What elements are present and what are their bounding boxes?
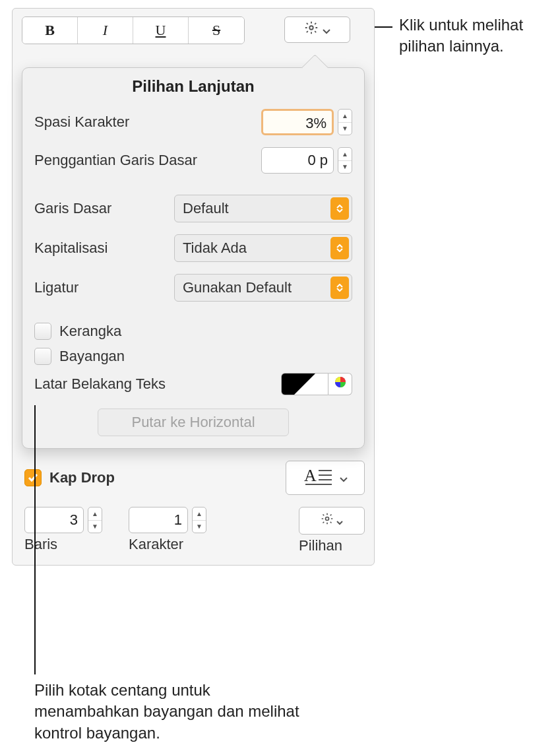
stepper-down-icon: ▼ [338, 123, 352, 135]
character-spacing-label: Spasi Karakter [34, 114, 129, 131]
dropcap-checkbox[interactable] [24, 469, 42, 486]
dropcap-options-button[interactable] [299, 507, 365, 535]
underline-button[interactable]: U [133, 17, 189, 44]
advanced-options-popover: Pilihan Lanjutan Spasi Karakter 3% ▲ ▼ P… [22, 67, 365, 449]
capitalization-row: Kapitalisasi Tidak Ada [34, 234, 352, 262]
chevron-down-icon [323, 21, 330, 38]
dropcap-style-icon: A [303, 465, 334, 490]
format-panel: B I U S Pilihan Lanjutan Spasi Karakter … [12, 8, 375, 566]
stepper-down-icon: ▼ [88, 521, 102, 533]
baseline-shift-stepper[interactable]: ▲ ▼ [338, 147, 352, 174]
select-arrow-icon [330, 237, 349, 259]
dropcap-lines-stepper[interactable]: ▲ ▼ [88, 507, 102, 533]
dropcap-chars-stack: 1 ▲ ▼ Karakter [129, 507, 206, 553]
gear-icon [321, 512, 334, 529]
stepper-down-icon: ▼ [338, 161, 352, 174]
outline-row: Kerangka [34, 323, 352, 340]
chevron-down-icon [340, 469, 348, 486]
dropcap-label: Kap Drop [49, 469, 115, 486]
text-background-label: Latar Belakang Teks [34, 376, 166, 393]
stepper-up-icon: ▲ [338, 148, 352, 161]
bold-button[interactable]: B [22, 17, 78, 44]
select-arrow-icon [330, 277, 349, 299]
dropcap-chars-stepper[interactable]: ▲ ▼ [192, 507, 206, 533]
callout-bottom: Pilih kotak centang untuk menambahkan ba… [34, 680, 311, 744]
svg-point-0 [309, 26, 313, 30]
outline-checkbox[interactable] [34, 323, 51, 340]
capitalization-select[interactable]: Tidak Ada [174, 234, 352, 262]
dropcap-chars-field[interactable]: 1 [129, 507, 188, 533]
baseline-shift-label: Penggantian Garis Dasar [34, 152, 197, 169]
text-background-colorwell[interactable] [281, 373, 352, 395]
baseline-row: Garis Dasar Default [34, 195, 352, 222]
select-arrow-icon [330, 197, 349, 220]
baseline-select-value: Default [183, 200, 229, 217]
stepper-up-icon: ▲ [338, 110, 352, 123]
svg-point-7 [326, 517, 329, 521]
chevron-down-icon [336, 512, 343, 529]
ligature-select-value: Gunakan Default [183, 279, 292, 296]
callout-top: Klik untuk melihat pilihan lainnya. [399, 15, 554, 57]
callout-line-bottom-v [34, 405, 36, 674]
capitalization-label: Kapitalisasi [34, 240, 108, 257]
baseline-select[interactable]: Default [174, 195, 352, 222]
dropcap-lines-stack: 3 ▲ ▼ Baris [24, 507, 102, 553]
stepper-up-icon: ▲ [88, 507, 102, 521]
text-style-toolbar: B I U S [22, 16, 365, 44]
strikethrough-button[interactable]: S [189, 17, 244, 44]
text-style-segmented: B I U S [22, 16, 245, 44]
shadow-label: Bayangan [59, 348, 125, 365]
gear-icon [304, 20, 319, 39]
ligature-label: Ligatur [34, 279, 78, 296]
shadow-row: Bayangan [34, 348, 352, 365]
stepper-down-icon: ▼ [193, 521, 206, 533]
dropcap-row: Kap Drop A [24, 461, 365, 495]
baseline-label: Garis Dasar [34, 200, 111, 217]
stepper-up-icon: ▲ [193, 507, 206, 521]
color-wheel-icon [334, 376, 347, 393]
popover-title: Pilihan Lanjutan [34, 77, 352, 96]
dropcap-lines-label: Baris [24, 536, 102, 553]
baseline-shift-row: Penggantian Garis Dasar 0 p ▲ ▼ [34, 147, 352, 174]
dropcap-section: Kap Drop A [22, 461, 365, 554]
color-picker-button[interactable] [328, 373, 352, 395]
text-background-row: Latar Belakang Teks [34, 373, 352, 395]
character-spacing-stepper[interactable]: ▲ ▼ [338, 109, 352, 135]
shadow-checkbox[interactable] [34, 348, 51, 365]
dropcap-options-stack: Pilihan [299, 507, 365, 554]
italic-button[interactable]: I [78, 17, 133, 44]
capitalization-select-value: Tidak Ada [183, 240, 247, 257]
advanced-options-button[interactable] [284, 16, 350, 43]
dropcap-controls: 3 ▲ ▼ Baris 1 ▲ ▼ Karakter [24, 507, 365, 554]
dropcap-chars-label: Karakter [129, 536, 206, 553]
dropcap-style-button[interactable]: A [286, 461, 365, 495]
svg-text:A: A [304, 466, 317, 485]
dropcap-lines-field[interactable]: 3 [24, 507, 84, 533]
baseline-shift-field[interactable]: 0 p [261, 147, 334, 174]
ligature-row: Ligatur Gunakan Default [34, 274, 352, 302]
outline-label: Kerangka [59, 323, 121, 340]
rotate-horizontal-button[interactable]: Putar ke Horizontal [98, 408, 289, 436]
character-spacing-field[interactable]: 3% [261, 109, 334, 135]
character-spacing-row: Spasi Karakter 3% ▲ ▼ [34, 109, 352, 135]
dropcap-options-label: Pilihan [299, 537, 365, 554]
color-swatch[interactable] [281, 373, 328, 395]
ligature-select[interactable]: Gunakan Default [174, 274, 352, 302]
